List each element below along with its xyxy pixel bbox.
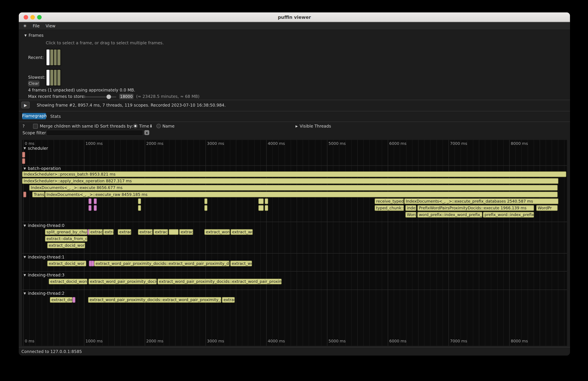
merge-checkbox[interactable] bbox=[33, 124, 38, 128]
thread-header-indexing-thread:1[interactable]: ▼indexing-thread:1 bbox=[24, 254, 65, 259]
clear-frames-button[interactable]: Clear bbox=[28, 81, 40, 86]
scope-bar[interactable]: extract_docid_wor bbox=[47, 243, 85, 248]
gridline bbox=[260, 140, 260, 346]
scope-bar[interactable] bbox=[22, 152, 25, 158]
scope-bar[interactable] bbox=[72, 297, 75, 303]
scope-bar[interactable] bbox=[88, 198, 91, 204]
gridline bbox=[521, 140, 522, 346]
frame-thumbnail-bar[interactable] bbox=[50, 70, 53, 85]
scope-bar[interactable]: extract_word bbox=[204, 229, 230, 235]
scope-bar[interactable]: Trans bbox=[32, 192, 45, 197]
thread-header-scheduler[interactable]: ▼scheduler bbox=[24, 146, 48, 151]
merge-checkbox-label[interactable]: Merge children with same ID bbox=[40, 124, 99, 128]
zoom-window-button[interactable] bbox=[37, 15, 42, 20]
sort-direction-icon[interactable]: ⬇ bbox=[149, 124, 153, 128]
scope-bar[interactable]: extract bbox=[89, 229, 103, 235]
visible-threads-toggle[interactable]: ▶ Visible Threads bbox=[295, 124, 331, 128]
scope-bar[interactable]: receive_typed_ bbox=[375, 198, 404, 204]
menu-item-file[interactable]: File bbox=[33, 23, 40, 28]
help-button[interactable]: ? bbox=[22, 124, 25, 128]
tab-flamegraph[interactable]: Flamegraph bbox=[22, 113, 46, 119]
scope-bar[interactable]: extra bbox=[103, 229, 114, 235]
scope-bar[interactable] bbox=[169, 229, 179, 235]
frame-thumbnail-bar[interactable] bbox=[57, 49, 60, 65]
scope-bar[interactable]: extract_wo bbox=[230, 261, 252, 266]
scope-bar[interactable]: word_prefix::index_word_prefix_ bbox=[417, 212, 482, 218]
scope-bar[interactable]: extrac bbox=[118, 229, 131, 235]
clear-filter-button[interactable]: x bbox=[144, 130, 149, 135]
recent-frames-strip[interactable] bbox=[46, 49, 61, 66]
scope-bar[interactable]: split_grenad_by_chun bbox=[45, 229, 87, 235]
tab-stats[interactable]: Stats bbox=[50, 114, 61, 119]
gridline bbox=[126, 140, 127, 346]
scope-bar[interactable]: IndexScheduler>::apply_index_operation 8… bbox=[22, 178, 558, 184]
scope-bar[interactable] bbox=[94, 205, 97, 211]
max-frames-slider-track[interactable] bbox=[83, 96, 116, 98]
sort-radio-time[interactable] bbox=[133, 124, 138, 128]
scope-bar[interactable]: PrefixWordPairsProximityDocids::execute … bbox=[417, 205, 534, 211]
frame-thumbnail-bar[interactable] bbox=[57, 70, 60, 85]
flamegraph-canvas[interactable]: 0 ms0 ms1000 ms1000 ms2000 ms2000 ms3000… bbox=[22, 140, 567, 346]
scope-bar[interactable] bbox=[265, 198, 268, 204]
frame-thumbnail-bar[interactable] bbox=[46, 49, 49, 65]
frame-thumbnail-bar[interactable] bbox=[54, 49, 57, 65]
slowest-frames-strip[interactable] bbox=[46, 69, 61, 86]
scope-bar[interactable]: Word bbox=[405, 212, 416, 218]
scope-bar[interactable]: extract_wo bbox=[231, 229, 253, 235]
frame-thumbnail-bar[interactable] bbox=[46, 70, 49, 85]
scope-bar[interactable] bbox=[138, 198, 141, 204]
scope-bar[interactable]: IndexDocuments<_, _>::execute 8656.677 m… bbox=[29, 185, 558, 191]
scope-bar[interactable]: IndexDocuments<_, _>::execute_prefix_dat… bbox=[404, 198, 558, 204]
play-pause-button[interactable]: ▶ bbox=[21, 102, 30, 108]
scope-bar[interactable]: IndexScheduler>::process_batch 8953.821 … bbox=[22, 171, 566, 177]
scope-bar[interactable] bbox=[258, 198, 264, 204]
scope-bar[interactable]: extract_doc bbox=[50, 297, 72, 303]
frame-thumbnail-bar[interactable] bbox=[54, 70, 57, 85]
scope-bar[interactable]: extract_word_pair_proximity_docids::extr… bbox=[94, 261, 230, 266]
frames-section-header[interactable]: ▼ Frames bbox=[24, 33, 43, 38]
theme-icon[interactable]: ✳ bbox=[23, 23, 27, 28]
scope-bar[interactable] bbox=[258, 205, 264, 211]
scope-bar[interactable] bbox=[94, 198, 97, 204]
scope-bar[interactable]: IndexDocuments<_, _>::execute_raw 8459.1… bbox=[45, 192, 558, 197]
scope-bar[interactable]: extract_docid_word bbox=[49, 279, 87, 284]
time-label: 3000 ms bbox=[207, 141, 224, 146]
scope-bar[interactable] bbox=[204, 198, 208, 204]
scope-bar[interactable] bbox=[22, 158, 25, 164]
scope-bar[interactable]: typed_chunk::w bbox=[375, 205, 404, 211]
thread-header-batch-operation[interactable]: ▼batch-operation bbox=[24, 166, 61, 171]
scope-bar[interactable]: extrac bbox=[222, 297, 235, 303]
scope-bar[interactable]: WordPr bbox=[536, 205, 558, 211]
close-window-button[interactable] bbox=[24, 15, 28, 20]
thread-header-indexing-thread:2[interactable]: ▼indexing-thread:2 bbox=[24, 291, 65, 296]
scope-bar[interactable]: extract_ bbox=[138, 229, 152, 235]
scope-bar[interactable] bbox=[204, 205, 208, 211]
scope-bar[interactable]: prefix_word::index_prefix_wo bbox=[483, 212, 534, 218]
scope-bar[interactable]: extract_docid_wor bbox=[47, 261, 86, 266]
scope-bar[interactable]: extract_word_pair_proximity_docids::extr… bbox=[158, 279, 282, 284]
max-frames-slider-knob[interactable] bbox=[106, 94, 111, 99]
scope-bar[interactable] bbox=[88, 205, 91, 211]
sort-radio-name-label[interactable]: Name bbox=[162, 124, 175, 128]
scope-bar[interactable]: extract_word_pair_proximity_docids bbox=[88, 279, 157, 284]
time-label: 0 ms bbox=[25, 339, 34, 343]
frames-summary: 4 frames (1 unpacked) using approximatel… bbox=[28, 88, 135, 93]
sort-radio-name[interactable] bbox=[156, 124, 161, 128]
scope-bar[interactable]: extract_ bbox=[153, 229, 168, 235]
frame-thumbnail-bar[interactable] bbox=[50, 49, 53, 65]
scope-bar[interactable]: index bbox=[405, 205, 416, 211]
max-frames-value[interactable]: 18000 bbox=[119, 94, 134, 99]
scope-bar[interactable] bbox=[23, 192, 26, 197]
sort-radio-time-label[interactable]: Time bbox=[139, 124, 149, 128]
scope-bar[interactable] bbox=[91, 261, 94, 266]
thread-header-indexing-thread:0[interactable]: ▼indexing-thread:0 bbox=[24, 223, 65, 228]
thread-header-indexing-thread:3[interactable]: ▼indexing-thread:3 bbox=[24, 273, 65, 278]
scope-bar[interactable] bbox=[265, 205, 268, 211]
scope-bar[interactable]: extract::data_from_ob bbox=[45, 236, 87, 242]
menu-item-view[interactable]: View bbox=[46, 23, 55, 28]
minimize-window-button[interactable] bbox=[30, 15, 35, 20]
scope-bar[interactable]: extract bbox=[179, 229, 193, 235]
scope-bar[interactable] bbox=[138, 205, 141, 211]
scope-filter-input[interactable] bbox=[46, 130, 143, 136]
scope-bar[interactable]: extract_word_pair_proximity_docids::extr… bbox=[88, 297, 221, 303]
